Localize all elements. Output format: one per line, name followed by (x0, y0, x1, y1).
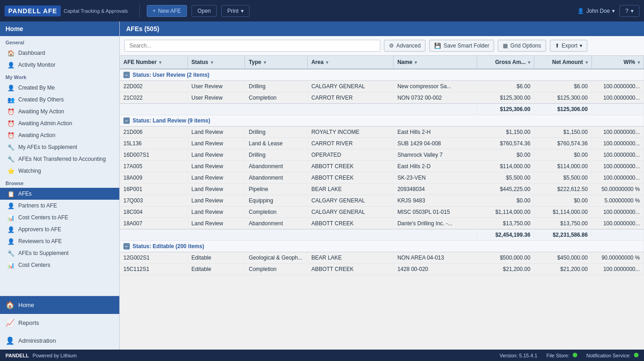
sidebar-item-reviewers[interactable]: 👤 Reviewers to AFE (0, 235, 119, 247)
created-by-me-icon: 👤 (7, 84, 15, 91)
group-header-land-review: − Status: Land Review (9 items) (120, 115, 644, 127)
plus-icon: + (153, 8, 156, 14)
sidebar-bottom-administration[interactable]: 👤 Administration (0, 332, 119, 350)
sidebar-item-afes-not-transferred[interactable]: 🔧 AFEs Not Transferred to Accounting (0, 153, 119, 165)
content-header: AFEs (505) (120, 21, 644, 36)
reviewers-icon: 👤 (7, 238, 15, 245)
collapse-user-review[interactable]: − (123, 72, 130, 78)
sidebar-item-activity-monitor[interactable]: 👤 Activity Monitor (0, 59, 119, 71)
table-header-row: AFE Number ▾ Status ▾ Type ▾ Area ▾ Name… (120, 56, 644, 69)
nav-right: 👤 John Doe ▾ ? ▾ (577, 5, 639, 17)
sidebar-item-approvers[interactable]: 👤 Approvers to AFE (0, 223, 119, 235)
table-row[interactable]: 15C112S1 Editable Completion ABBOTT CREE… (120, 264, 644, 275)
sidebar-item-created-by-others[interactable]: 👥 Created By Others (0, 94, 119, 106)
help-button[interactable]: ? ▾ (619, 5, 639, 17)
open-button[interactable]: Open (192, 5, 217, 17)
sidebar-item-cost-centers[interactable]: 📊 Cost Centers (0, 259, 119, 271)
table-row[interactable]: 18A009 Land Review Abandonment ABBOTT CR… (120, 172, 644, 184)
cost-centers-icon: 📊 (7, 261, 15, 269)
sidebar-item-partners[interactable]: 👤 Partners to AFE (0, 200, 119, 212)
table-row[interactable]: 17Q003 Land Review Equipping CALGARY GEN… (120, 195, 644, 207)
home-bottom-icon: 🏠 (5, 301, 15, 309)
main-content: AFEs (505) ⚙ Advanced 💾 Save Smart Folde… (120, 21, 644, 350)
sidebar-bottom-reports[interactable]: 📈 Reports (0, 314, 119, 332)
group-header-user-review: − Status: User Review (2 items) (120, 69, 644, 81)
sidebar-item-afes-supplement[interactable]: 🔧 AFEs to Supplement (0, 247, 119, 259)
dashboard-icon: 🏠 (7, 49, 15, 57)
status: User Review (187, 92, 245, 104)
brand-subtitle: Capital Tracking & Approvals (64, 8, 128, 14)
filestore-status-dot (573, 353, 577, 357)
activity-monitor-icon: 👤 (7, 61, 15, 69)
sidebar-item-afes[interactable]: 📋 AFEs (0, 188, 119, 200)
grid-options-button[interactable]: ▦ Grid Options (498, 40, 546, 52)
gross: $125,300.00 (477, 92, 534, 104)
main-layout: Home General 🏠 Dashboard 👤 Activity Moni… (0, 21, 644, 350)
afes-icon: 📋 (7, 190, 15, 197)
export-button[interactable]: ⬆ Export ▾ (550, 40, 588, 52)
partners-icon: 👤 (7, 202, 15, 209)
collapse-editable[interactable]: − (123, 243, 130, 250)
sidebar-item-awaiting-action[interactable]: ⏰ Awaiting Action (0, 129, 119, 141)
net: $125,300.00 (534, 92, 591, 104)
watching-icon: ⭐ (7, 167, 15, 175)
sidebar-item-dashboard[interactable]: 🏠 Dashboard (0, 47, 119, 59)
awaiting-admin-action-icon: ⏰ (7, 120, 15, 127)
table-row[interactable]: 15L136 Land Review Land & Lease CARROT R… (120, 138, 644, 149)
gross: $6.00 (477, 81, 534, 92)
sidebar-item-awaiting-my-action[interactable]: ⏰ Awaiting My Action (0, 106, 119, 117)
afe-number: 22D002 (120, 81, 187, 92)
sidebar: Home General 🏠 Dashboard 👤 Activity Moni… (0, 21, 120, 350)
user-menu[interactable]: 👤 John Doe ▾ (577, 8, 615, 14)
col-header-status[interactable]: Status ▾ (187, 56, 245, 69)
sidebar-item-my-afes-to-supplement[interactable]: 🔧 My AFEs to Supplement (0, 141, 119, 153)
table-row[interactable]: 18A007 Land Review Abandonment ABBOTT CR… (120, 218, 644, 229)
top-nav: PANDELL AFE Capital Tracking & Approvals… (0, 0, 644, 21)
afe-number: 21C022 (120, 92, 187, 104)
table-row[interactable]: 18C004 Land Review Completion CALGARY GE… (120, 207, 644, 218)
col-header-wi[interactable]: WI% ▾ (591, 56, 644, 69)
pandell-brand: PANDELL Powered by Lithium (5, 353, 77, 358)
print-button[interactable]: Print ▾ (221, 5, 250, 17)
nav-divider (139, 4, 140, 18)
table-row[interactable]: 17A005 Land Review Abandonment ABBOTT CR… (120, 161, 644, 172)
col-header-net[interactable]: Net Amount ▾ (534, 56, 591, 69)
subtotal-gross: $125,306.00 (477, 104, 534, 115)
col-header-name[interactable]: Name ▾ (394, 56, 477, 69)
browse-section-label: Browse (0, 177, 119, 188)
table-container: AFE Number ▾ Status ▾ Type ▾ Area ▾ Name… (120, 56, 644, 350)
area: CALGARY GENERAL (308, 81, 394, 92)
wi: 100.0000000... (591, 92, 644, 104)
table-row[interactable]: 21C022 User Review Completion CARROT RIV… (120, 92, 644, 104)
col-header-gross[interactable]: Gross Am... ▾ (477, 56, 534, 69)
new-afe-button[interactable]: + New AFE (147, 5, 187, 17)
search-input[interactable] (124, 40, 380, 52)
gear-icon: ⚙ (389, 42, 394, 49)
advanced-button[interactable]: ⚙ Advanced (384, 40, 426, 52)
table-row[interactable]: 21D006 Land Review Drilling ROYALTY INCO… (120, 127, 644, 138)
type: Completion (245, 92, 308, 104)
sidebar-bottom-home[interactable]: 🏠 Home (0, 296, 119, 314)
awaiting-action-icon: ⏰ (7, 132, 15, 139)
save-smart-folder-button[interactable]: 💾 Save Smart Folder (429, 40, 494, 52)
subtotal-net: $125,306.00 (534, 104, 591, 115)
net: $6.00 (534, 81, 591, 92)
group-header-editable: − Status: Editable (200 items) (120, 241, 644, 252)
administration-icon: 👤 (5, 336, 15, 345)
table-row[interactable]: 12G002S1 Editable Geological & Geoph... … (120, 252, 644, 264)
collapse-land-review[interactable]: − (123, 117, 130, 124)
table-row[interactable]: 22D002 User Review Drilling CALGARY GENE… (120, 81, 644, 92)
subtotal-net: $2,231,586.86 (534, 229, 591, 241)
col-header-afe[interactable]: AFE Number ▾ (120, 56, 187, 69)
help-chevron-icon: ▾ (631, 8, 633, 14)
table-row[interactable]: 16D007S1 Land Review Drilling OPERATED S… (120, 149, 644, 161)
col-header-type[interactable]: Type ▾ (245, 56, 308, 69)
sidebar-item-created-by-me[interactable]: 👤 Created By Me (0, 82, 119, 94)
col-header-area[interactable]: Area ▾ (308, 56, 394, 69)
afe-table: AFE Number ▾ Status ▾ Type ▾ Area ▾ Name… (120, 56, 644, 275)
sidebar-item-cost-centers-afe[interactable]: 📊 Cost Centers to AFE (0, 212, 119, 223)
sidebar-item-watching[interactable]: ⭐ Watching (0, 165, 119, 177)
table-row[interactable]: 16P001 Land Review Pipeline BEAR LAKE 20… (120, 184, 644, 195)
name: New compressor Sa... (394, 81, 477, 92)
sidebar-item-awaiting-admin-action[interactable]: ⏰ Awaiting Admin Action (0, 117, 119, 129)
